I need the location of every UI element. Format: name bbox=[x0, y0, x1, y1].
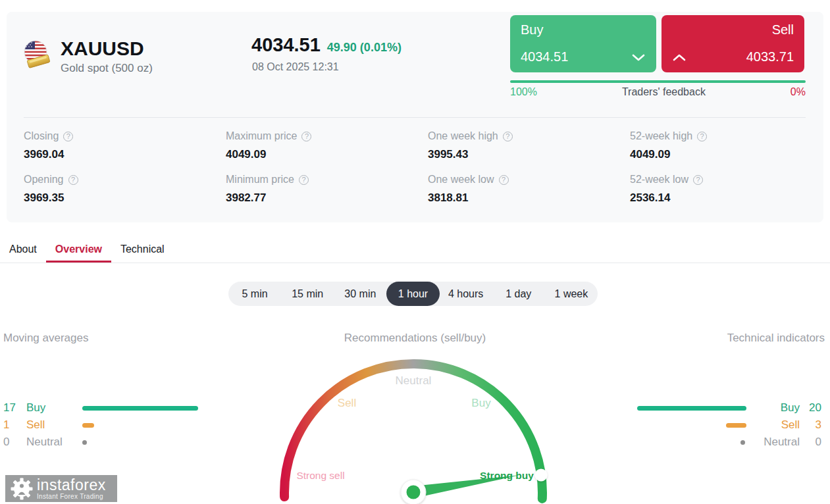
sell-price: 4033.71 bbox=[746, 49, 794, 64]
buy-button-label: Buy bbox=[521, 22, 543, 38]
stat-label: Minimum price bbox=[226, 174, 294, 186]
ma-sell-bar bbox=[82, 423, 94, 428]
help-icon[interactable] bbox=[63, 132, 73, 141]
gauge-hub-dot bbox=[407, 486, 421, 499]
timeframe-selector: 5 min 15 min 30 min 1 hour 4 hours 1 day… bbox=[228, 282, 598, 306]
chevron-up-icon bbox=[672, 53, 687, 62]
ma-row-neutral: 0 Neutral bbox=[3, 436, 201, 453]
ti-sell-count: 3 bbox=[816, 418, 821, 432]
stat-value: 4049.09 bbox=[630, 148, 827, 161]
stat-week-low: One week low 3818.81 bbox=[428, 174, 625, 205]
ma-buy-label: Buy bbox=[26, 401, 45, 415]
ti-buy-label: Buy bbox=[781, 401, 800, 415]
gauge-label-strong-buy: Strong buy bbox=[480, 470, 534, 482]
feedback-buy-percent: 100% bbox=[510, 86, 537, 98]
help-icon[interactable] bbox=[697, 132, 707, 141]
stat-opening: Opening 3969.35 bbox=[24, 174, 221, 205]
timeframe-5min[interactable]: 5 min bbox=[228, 282, 281, 306]
buy-price: 4034.51 bbox=[521, 49, 568, 64]
timeframe-1day[interactable]: 1 day bbox=[492, 282, 545, 306]
stat-52week-low: 52-week low 2536.14 bbox=[630, 174, 827, 205]
ti-row-sell: Sell 3 bbox=[612, 418, 821, 436]
ma-sell-count: 1 bbox=[3, 418, 9, 432]
gauge-label-buy: Buy bbox=[471, 397, 490, 410]
buy-button[interactable]: Buy 4034.51 bbox=[510, 15, 656, 72]
tab-about[interactable]: About bbox=[0, 238, 46, 263]
stat-value: 4049.09 bbox=[226, 148, 423, 161]
stat-closing: Closing 3969.04 bbox=[24, 130, 221, 161]
usd-flag-gold-icon bbox=[22, 39, 51, 68]
ti-row-neutral: Neutral 0 bbox=[612, 436, 821, 453]
ma-row-buy: 17 Buy bbox=[3, 401, 201, 418]
ti-neutral-label: Neutral bbox=[764, 436, 800, 449]
instaforex-watermark: instaforex Instant Forex Trading bbox=[5, 475, 117, 502]
stat-value: 3818.81 bbox=[428, 191, 625, 205]
card-divider bbox=[24, 117, 806, 118]
timeframe-1hour[interactable]: 1 hour bbox=[386, 282, 439, 306]
stat-week-high: One week high 3995.43 bbox=[428, 130, 625, 161]
instrument-overview-page: XAUUSD Gold spot (500 oz) 4034.51 49.90 … bbox=[0, 0, 830, 504]
timeframe-15min[interactable]: 15 min bbox=[281, 282, 334, 306]
stat-label: Maximum price bbox=[226, 130, 297, 142]
help-icon[interactable] bbox=[68, 175, 78, 185]
traders-feedback-bar bbox=[510, 80, 806, 83]
stat-value: 3969.35 bbox=[24, 191, 221, 205]
instrument-symbol: XAUUSD bbox=[61, 38, 144, 60]
help-icon[interactable] bbox=[693, 175, 703, 185]
stat-52week-high: 52-week high 4049.09 bbox=[630, 130, 827, 161]
stat-label: One week low bbox=[428, 174, 494, 186]
stat-min-price: Minimum price 3982.77 bbox=[226, 174, 423, 205]
stat-label: Opening bbox=[24, 174, 64, 186]
ma-neutral-label: Neutral bbox=[26, 436, 63, 449]
gauge-marker bbox=[535, 469, 548, 482]
ti-row-buy: Buy 20 bbox=[612, 401, 821, 418]
chevron-down-icon bbox=[631, 53, 646, 62]
stat-value: 3982.77 bbox=[226, 191, 423, 205]
stat-max-price: Maximum price 4049.09 bbox=[226, 130, 423, 161]
recommendations-title: Recommendations (sell/buy) bbox=[0, 332, 830, 345]
help-icon[interactable] bbox=[499, 175, 509, 185]
sell-button[interactable]: Sell 4033.71 bbox=[661, 15, 804, 72]
stat-label: One week high bbox=[428, 130, 498, 142]
stat-label: Closing bbox=[24, 130, 59, 142]
quote-datetime: 08 Oct 2025 12:31 bbox=[252, 61, 339, 73]
ti-sell-label: Sell bbox=[781, 418, 800, 432]
ma-row-sell: 1 Sell bbox=[3, 418, 201, 436]
ti-buy-bar bbox=[637, 406, 746, 411]
stat-label: 52-week high bbox=[630, 130, 692, 142]
feedback-sell-percent: 0% bbox=[791, 86, 806, 98]
ma-buy-count: 17 bbox=[3, 401, 16, 415]
help-icon[interactable] bbox=[299, 175, 309, 185]
gauge-label-strong-sell: Strong sell bbox=[296, 470, 344, 482]
instrument-name: Gold spot (500 oz) bbox=[61, 62, 153, 75]
sell-button-label: Sell bbox=[772, 22, 794, 38]
ti-neutral-count: 0 bbox=[816, 436, 821, 449]
price-change: 49.90 (0.01%) bbox=[327, 41, 402, 55]
timeframe-30min[interactable]: 30 min bbox=[334, 282, 386, 306]
watermark-brand: instaforex bbox=[37, 478, 106, 492]
ma-sell-label: Sell bbox=[26, 418, 45, 432]
tab-technical[interactable]: Technical bbox=[111, 238, 174, 263]
tab-bar: About Overview Technical bbox=[0, 238, 830, 263]
ma-buy-bar bbox=[82, 406, 198, 411]
feedback-label: Traders' feedback bbox=[622, 86, 706, 98]
timeframe-1week[interactable]: 1 week bbox=[545, 282, 598, 306]
help-icon[interactable] bbox=[301, 132, 311, 141]
ti-buy-count: 20 bbox=[809, 401, 821, 415]
timeframe-4hours[interactable]: 4 hours bbox=[440, 282, 492, 306]
stat-value: 3995.43 bbox=[428, 148, 625, 161]
tab-overview[interactable]: Overview bbox=[46, 238, 111, 263]
stat-value: 3969.04 bbox=[24, 148, 221, 161]
ma-neutral-dot bbox=[82, 440, 87, 445]
ti-sell-bar bbox=[726, 423, 746, 428]
stat-value: 2536.14 bbox=[630, 191, 827, 205]
watermark-tagline: Instant Forex Trading bbox=[37, 493, 106, 500]
ma-neutral-count: 0 bbox=[3, 436, 9, 449]
gauge-label-neutral: Neutral bbox=[396, 374, 432, 388]
current-price: 4034.51 bbox=[251, 34, 321, 56]
ti-neutral-dot bbox=[740, 440, 745, 445]
stat-label: 52-week low bbox=[630, 174, 688, 186]
gear-logo-icon bbox=[11, 478, 33, 500]
help-icon[interactable] bbox=[503, 132, 513, 141]
gauge-label-sell: Sell bbox=[338, 397, 356, 410]
